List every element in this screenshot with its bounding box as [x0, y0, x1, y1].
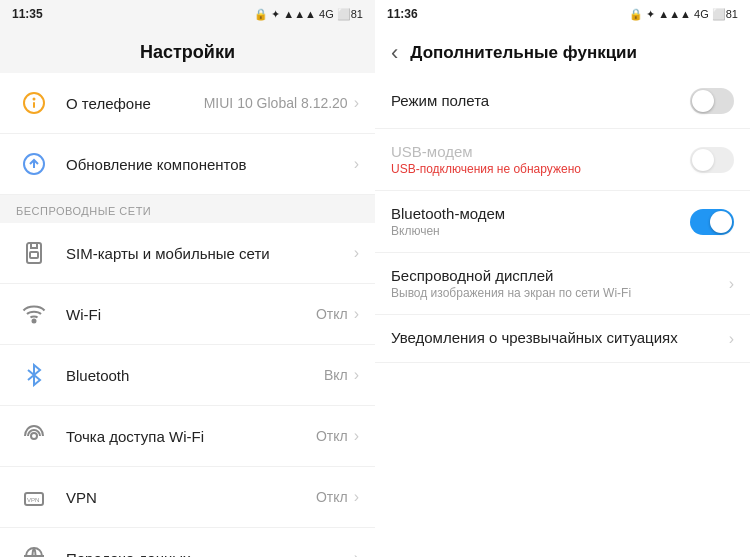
right-lock-icon: 🔒: [629, 8, 643, 21]
right-item-bt-tether[interactable]: Bluetooth-модем Включен: [375, 191, 750, 253]
bt-tether-toggle-knob: [710, 211, 732, 233]
left-lock-icon: 🔒: [254, 8, 268, 21]
hotspot-arrow: ›: [354, 427, 359, 445]
hotspot-value: Откл: [316, 428, 348, 444]
sim-label: SIM-карты и мобильные сети: [66, 245, 354, 262]
emergency-title: Уведомления о чрезвычайных ситуациях: [391, 329, 721, 346]
bt-tether-toggle[interactable]: [690, 209, 734, 235]
bt-tether-title: Bluetooth-модем: [391, 205, 690, 222]
right-bt-icon: ✦: [646, 8, 655, 21]
svg-point-6: [33, 320, 36, 323]
left-panel: Настройки О телефоне MIUI 10 Global 8.12…: [0, 0, 375, 557]
right-panel-title: Дополнительные функции: [410, 43, 637, 63]
hotspot-label: Точка доступа Wi-Fi: [66, 428, 316, 445]
wifi-value: Откл: [316, 306, 348, 322]
right-signal-icon: ▲▲▲ 4G: [658, 8, 708, 20]
settings-item-wifi[interactable]: Wi-Fi Откл ›: [0, 284, 375, 345]
bluetooth-arrow: ›: [354, 366, 359, 384]
info-icon: [16, 85, 52, 121]
wireless-display-arrow: ›: [729, 275, 734, 293]
airplane-title: Режим полета: [391, 92, 690, 109]
airplane-toggle[interactable]: [690, 88, 734, 114]
usb-toggle[interactable]: [690, 147, 734, 173]
back-button[interactable]: ‹: [391, 42, 398, 64]
usb-title: USB-модем: [391, 143, 690, 160]
bt-tether-subtitle: Включен: [391, 224, 690, 238]
vpn-value: Откл: [316, 489, 348, 505]
left-signal-icon: ▲▲▲ 4G: [283, 8, 333, 20]
settings-item-update[interactable]: Обновление компонентов ›: [0, 134, 375, 195]
svg-point-7: [31, 433, 37, 439]
settings-list: О телефоне MIUI 10 Global 8.12.20 › Обно…: [0, 73, 375, 557]
right-header: ‹ Дополнительные функции: [375, 28, 750, 74]
left-panel-title: Настройки: [0, 28, 375, 73]
datatransfer-label: Передача данных: [66, 550, 354, 558]
airplane-toggle-knob: [692, 90, 714, 112]
right-status-icons: 🔒 ✦ ▲▲▲ 4G ⬜81: [629, 8, 738, 21]
update-arrow: ›: [354, 155, 359, 173]
datatransfer-arrow: ›: [354, 549, 359, 557]
right-battery-icon: ⬜81: [712, 8, 738, 21]
wifi-label: Wi-Fi: [66, 306, 316, 323]
about-arrow: ›: [354, 94, 359, 112]
about-value: MIUI 10 Global 8.12.20: [204, 95, 348, 111]
wireless-display-subtitle: Вывод изображения на экран по сети Wi-Fi: [391, 286, 721, 300]
sim-arrow: ›: [354, 244, 359, 262]
svg-text:VPN: VPN: [27, 497, 39, 503]
right-panel: ‹ Дополнительные функции Режим полета US…: [375, 0, 750, 557]
bluetooth-icon: [16, 357, 52, 393]
svg-rect-5: [30, 252, 38, 258]
left-battery-icon: ⬜81: [337, 8, 363, 21]
hotspot-icon: [16, 418, 52, 454]
usb-toggle-knob: [692, 149, 714, 171]
settings-item-hotspot[interactable]: Точка доступа Wi-Fi Откл ›: [0, 406, 375, 467]
wireless-display-title: Беспроводной дисплей: [391, 267, 721, 284]
data-icon: [16, 540, 52, 557]
right-item-airplane[interactable]: Режим полета: [375, 74, 750, 129]
settings-item-sim[interactable]: SIM-карты и мобильные сети ›: [0, 223, 375, 284]
right-item-wireless-display[interactable]: Беспроводной дисплей Вывод изображения н…: [375, 253, 750, 315]
settings-item-datatransfer[interactable]: Передача данных ›: [0, 528, 375, 557]
bluetooth-label: Bluetooth: [66, 367, 324, 384]
settings-item-about[interactable]: О телефоне MIUI 10 Global 8.12.20 ›: [0, 73, 375, 134]
right-status-bar: 11:36 🔒 ✦ ▲▲▲ 4G ⬜81: [375, 0, 750, 28]
left-status-icons: 🔒 ✦ ▲▲▲ 4G ⬜81: [254, 8, 363, 21]
settings-item-vpn[interactable]: VPN VPN Откл ›: [0, 467, 375, 528]
right-item-usb[interactable]: USB-модем USB-подключения не обнаружено: [375, 129, 750, 191]
vpn-arrow: ›: [354, 488, 359, 506]
vpn-icon: VPN: [16, 479, 52, 515]
vpn-label: VPN: [66, 489, 316, 506]
emergency-arrow: ›: [729, 330, 734, 348]
left-time: 11:35: [12, 7, 43, 21]
left-status-bar: 11:35 🔒 ✦ ▲▲▲ 4G ⬜81: [0, 0, 375, 28]
left-bt-icon: ✦: [271, 8, 280, 21]
settings-item-bluetooth[interactable]: Bluetooth Вкл ›: [0, 345, 375, 406]
right-list: Режим полета USB-модем USB-подключения н…: [375, 74, 750, 557]
update-label: Обновление компонентов: [66, 156, 354, 173]
upload-icon: [16, 146, 52, 182]
section-wireless: БЕСПРОВОДНЫЕ СЕТИ: [0, 195, 375, 223]
bluetooth-value: Вкл: [324, 367, 348, 383]
about-label: О телефоне: [66, 95, 204, 112]
sim-icon: [16, 235, 52, 271]
wifi-arrow: ›: [354, 305, 359, 323]
right-item-emergency[interactable]: Уведомления о чрезвычайных ситуациях ›: [375, 315, 750, 363]
wifi-icon: [16, 296, 52, 332]
right-time: 11:36: [387, 7, 418, 21]
usb-subtitle: USB-подключения не обнаружено: [391, 162, 690, 176]
